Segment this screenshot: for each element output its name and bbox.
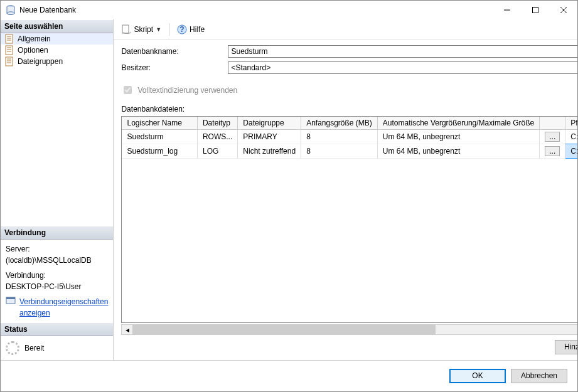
page-icon (4, 56, 14, 66)
connection-info: Server: (localdb)\MSSQLLocalDB Verbindun… (1, 240, 113, 322)
svg-rect-20 (122, 25, 129, 33)
sidebar-item-allgemein[interactable]: Allgemein (1, 33, 113, 45)
col-logical[interactable]: Logischer Name (122, 117, 197, 130)
status-block: Bereit (1, 336, 113, 360)
svg-text:?: ? (179, 25, 184, 34)
table-row[interactable]: Suedsturm_log LOG Nicht zutreffend 8 Um … (122, 144, 578, 159)
connection-header: Verbindung (1, 226, 113, 240)
window-title: Neue Datenbank (19, 6, 493, 14)
sidebar-item-label: Dateigruppen (18, 57, 63, 66)
server-label: Server: (6, 243, 108, 255)
properties-icon (6, 296, 16, 306)
scroll-left-arrow[interactable]: ◂ (122, 326, 132, 334)
dbname-input[interactable] (228, 45, 578, 58)
dialog-footer: OK Abbrechen (1, 360, 577, 391)
col-initsize[interactable]: Anfangsgröße (MB) (301, 117, 378, 130)
script-button[interactable]: Skript ▼ (119, 23, 164, 36)
status-value: Bereit (24, 344, 44, 352)
close-button[interactable] (549, 1, 577, 19)
minimize-button[interactable] (493, 1, 521, 19)
files-grid[interactable]: Logischer Name Dateityp Dateigruppe Anfa… (121, 116, 578, 323)
col-path[interactable]: Pfad (565, 117, 578, 130)
table-header-row: Logischer Name Dateityp Dateigruppe Anfa… (122, 117, 578, 130)
sidebar-item-dateigruppen[interactable]: Dateigruppen (1, 56, 113, 67)
scroll-thumb[interactable] (132, 325, 435, 334)
help-button[interactable]: ? Hilfe (174, 23, 207, 36)
cell-filetype[interactable]: LOG (197, 144, 237, 159)
autogrow-browse-button[interactable]: ... (545, 132, 560, 142)
page-icon (4, 45, 14, 55)
toolbar: Skript ▼ ? Hilfe (114, 19, 578, 40)
cell-filetype[interactable]: ROWS... (197, 130, 237, 144)
sidebar-item-label: Allgemein (18, 34, 51, 43)
sidebar: Seite auswählen Allgemein Optionen Datei… (1, 19, 114, 360)
script-label: Skript (134, 25, 153, 34)
cell-filegroup[interactable]: PRIMARY (238, 130, 301, 144)
cell-autogrow[interactable]: Um 64 MB, unbegrenzt (377, 144, 539, 159)
owner-input[interactable] (228, 61, 578, 74)
connection-value: DESKTOP-PC-I5\User (6, 281, 108, 292)
svg-rect-14 (6, 57, 13, 66)
help-label: Hilfe (190, 25, 205, 34)
svg-rect-3 (532, 8, 538, 13)
connection-label: Verbindung: (6, 270, 108, 281)
help-icon: ? (177, 24, 187, 34)
page-icon (4, 34, 14, 44)
table-row[interactable]: Suedsturm ROWS... PRIMARY 8 Um 64 MB, un… (122, 130, 578, 144)
connection-properties-link[interactable]: Verbindungseigenschaften anzeigen (19, 296, 108, 319)
dbname-label: Datenbankname: (121, 47, 228, 56)
col-filetype[interactable]: Dateityp (197, 117, 237, 130)
status-header: Status (1, 322, 113, 336)
svg-rect-6 (6, 34, 13, 43)
fulltext-checkbox (124, 86, 132, 94)
ok-button[interactable]: OK (449, 369, 506, 383)
sidebar-item-optionen[interactable]: Optionen (1, 45, 113, 56)
add-button[interactable]: Hinzufügen (555, 340, 578, 354)
database-icon (6, 5, 16, 15)
svg-rect-10 (6, 46, 13, 55)
main-panel: Skript ▼ ? Hilfe Datenbankname: Besitzer… (114, 19, 578, 360)
cell-logical[interactable]: Suedsturm (122, 130, 197, 144)
cell-path[interactable]: C:\Users\User\Dro (565, 130, 578, 144)
cell-autogrow[interactable]: Um 64 MB, unbegrenzt (377, 130, 539, 144)
fulltext-label: Volltextindizierung verwenden (137, 86, 237, 95)
col-filegroup[interactable]: Dateigruppe (238, 117, 301, 130)
dropdown-icon[interactable]: ▼ (156, 26, 161, 33)
spinner-icon (6, 341, 19, 355)
files-label: Datenbankdateien: (121, 105, 578, 114)
col-ell[interactable] (540, 117, 565, 130)
script-icon (121, 24, 131, 34)
cell-initsize[interactable]: 8 (301, 144, 378, 159)
title-bar: Neue Datenbank (1, 1, 577, 19)
sidebar-item-label: Optionen (18, 46, 48, 55)
maximize-button[interactable] (521, 1, 549, 19)
cell-ellipsis[interactable]: ... (540, 130, 565, 144)
owner-label: Besitzer: (121, 63, 228, 72)
cell-filegroup[interactable]: Nicht zutreffend (238, 144, 301, 159)
cell-ellipsis[interactable]: ... (540, 144, 565, 159)
autogrow-browse-button[interactable]: ... (545, 146, 560, 156)
cancel-button[interactable]: Abbrechen (511, 369, 567, 383)
cell-logical[interactable]: Suedsturm_log (122, 144, 197, 159)
cell-path[interactable]: C:\Users\User\Dro (565, 144, 578, 159)
page-select-header: Seite auswählen (1, 19, 113, 33)
cell-initsize[interactable]: 8 (301, 130, 378, 144)
svg-rect-19 (6, 297, 15, 299)
col-autogrow[interactable]: Automatische Vergrößerung/Maximale Größe (377, 117, 539, 130)
horizontal-scrollbar[interactable]: ◂ ▸ (121, 324, 578, 335)
server-value: (localdb)\MSSQLLocalDB (6, 255, 108, 266)
